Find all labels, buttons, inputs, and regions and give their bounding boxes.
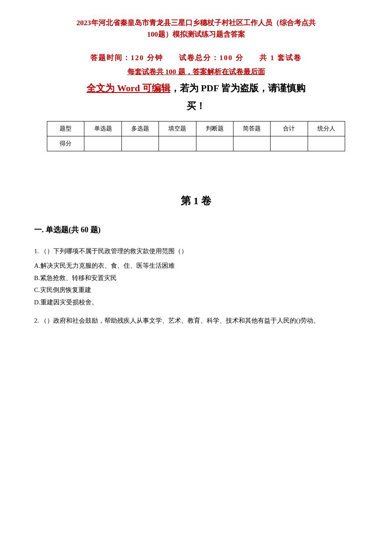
question-1-options: A.解决灾民无力克服的衣、食、住、医等生活困难 B.紧急抢救、转移和安置灾民 C… bbox=[34, 260, 358, 308]
page-container: 2023年河北省秦皇岛市青龙县三星口乡穗杖子村社区工作人员（综合考点共 100题… bbox=[34, 17, 358, 327]
volume-title-text: 第 1 卷 bbox=[181, 195, 211, 206]
table-header-row: 题型 单选题 多选题 填空题 判断题 简答题 合计 统分人 bbox=[47, 121, 345, 136]
word-edit-row: 全文为 Word 可编辑，若为 PDF 皆为盗版，请谨慎购 bbox=[34, 82, 358, 95]
word-normal-part: ，若为 PDF 皆为盗版，请谨慎购 bbox=[170, 83, 306, 93]
meta-row: 答题时间：120 分钟 试卷总分：100 分 共 1 套试卷 bbox=[34, 53, 358, 63]
question-2-text: 2. （）政府和社会鼓励，帮助残疾人从事文学、艺术、教育、科学、技术和其他有益于… bbox=[34, 315, 358, 327]
title-line1: 2023年河北省秦皇岛市青龙县三星口乡穗杖子村社区工作人员（综合考点共 bbox=[77, 19, 316, 27]
total-score-label: 试卷总分：100 分 bbox=[179, 54, 244, 62]
question-2: 2. （）政府和社会鼓励，帮助残疾人从事文学、艺术、教育、科学、技术和其他有益于… bbox=[34, 315, 358, 327]
score-total bbox=[271, 136, 308, 151]
section1-title: 一. 单选题(共 60 题) bbox=[34, 225, 358, 235]
score-label: 得分 bbox=[47, 136, 84, 151]
col-header-fill: 填空题 bbox=[159, 121, 196, 136]
buy-text: 买！ bbox=[187, 101, 205, 111]
score-table: 题型 单选题 多选题 填空题 判断题 简答题 合计 统分人 得分 bbox=[47, 121, 345, 151]
spacer1 bbox=[34, 160, 358, 185]
set-label: 共 1 套试卷 bbox=[259, 54, 302, 62]
col-header-multi: 多选题 bbox=[121, 121, 159, 136]
time-label: 答题时间：120 分钟 bbox=[90, 54, 163, 62]
question-1: 1. （）下列哪项不属于民政管理的救灾款使用范围（） A.解决灾民无力克服的衣、… bbox=[34, 246, 358, 308]
score-short bbox=[233, 136, 270, 151]
highlight-text: 每套试卷共 100 题，答案解析在试卷最后面 bbox=[127, 68, 265, 76]
col-header-type: 题型 bbox=[47, 121, 84, 136]
col-header-single: 单选题 bbox=[84, 121, 121, 136]
title-section: 2023年河北省秦皇岛市青龙县三星口乡穗杖子村社区工作人员（综合考点共 100题… bbox=[34, 17, 358, 40]
word-underline-part: 全文为 Word 可编辑 bbox=[86, 83, 170, 93]
option-1a: A.解决灾民无力克服的衣、食、住、医等生活困难 bbox=[34, 260, 358, 272]
score-single bbox=[84, 136, 121, 151]
table-score-row: 得分 bbox=[47, 136, 345, 151]
score-multi bbox=[121, 136, 159, 151]
option-1c: C.灾民倒房恢复重建 bbox=[34, 284, 358, 296]
buy-row: 买！ bbox=[34, 100, 358, 113]
title-line2: 100题）模拟测试练习题含答案 bbox=[147, 30, 245, 38]
question-1-text: 1. （）下列哪项不属于民政管理的救灾款使用范围（） bbox=[34, 246, 358, 257]
highlight-row: 每套试卷共 100 题，答案解析在试卷最后面 bbox=[34, 67, 358, 77]
score-scorer bbox=[308, 136, 345, 151]
section1-title-text: 一. 单选题(共 60 题) bbox=[34, 225, 101, 234]
col-header-short: 简答题 bbox=[233, 121, 270, 136]
col-header-scorer: 统分人 bbox=[308, 121, 345, 136]
option-1b: B.紧急抢救、转移和安置灾民 bbox=[34, 272, 358, 284]
volume-title: 第 1 卷 bbox=[34, 194, 358, 208]
score-judge bbox=[196, 136, 233, 151]
option-1d: D.重建因灾受损校舍。 bbox=[34, 296, 358, 309]
col-header-judge: 判断题 bbox=[196, 121, 233, 136]
main-title: 2023年河北省秦皇岛市青龙县三星口乡穗杖子村社区工作人员（综合考点共 100题… bbox=[34, 17, 358, 40]
score-fill bbox=[159, 136, 196, 151]
col-header-total: 合计 bbox=[271, 121, 308, 136]
